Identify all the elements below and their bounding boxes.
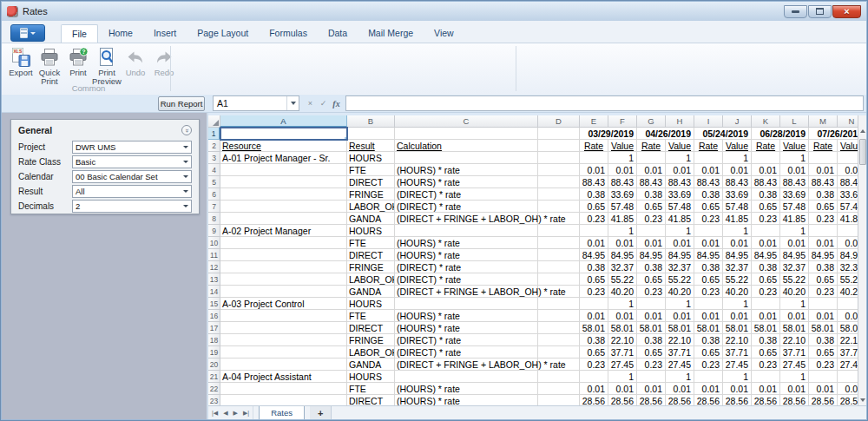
rate-cell[interactable]: 0.38 <box>752 188 780 201</box>
value-cell[interactable]: 0.01 <box>666 164 694 176</box>
rate-cell[interactable] <box>694 298 723 310</box>
ribbon-tab-home[interactable]: Home <box>98 24 143 43</box>
calculation-cell[interactable]: (HOURS) * rate <box>395 249 538 261</box>
result-cell[interactable]: FTE <box>347 310 395 322</box>
rate-cell[interactable]: 0.65 <box>580 201 608 213</box>
decimals-dropdown[interactable]: 2 <box>72 200 192 213</box>
calculation-cell[interactable] <box>395 225 538 237</box>
row-header-2[interactable]: 2 <box>208 140 220 152</box>
rate-cell[interactable] <box>580 298 608 310</box>
value-cell[interactable]: 0.01 <box>608 237 637 249</box>
rate-cell[interactable] <box>580 225 608 237</box>
enter-icon[interactable]: ✓ <box>318 97 329 109</box>
scrollbar-thumb[interactable] <box>859 139 866 165</box>
scroll-up-icon[interactable] <box>860 129 865 133</box>
formula-bar-input[interactable] <box>345 95 864 111</box>
rate-cell[interactable]: 58.01 <box>694 322 723 334</box>
select-all-corner[interactable] <box>208 115 220 128</box>
value-cell[interactable]: 40.20 <box>608 286 637 298</box>
rate-cell[interactable] <box>809 298 838 310</box>
resource-cell[interactable] <box>220 322 347 334</box>
rate-cell[interactable] <box>752 298 780 310</box>
value-cell[interactable]: 41.85 <box>780 213 809 225</box>
cell[interactable] <box>538 310 580 322</box>
rate-cell[interactable] <box>752 225 780 237</box>
rate-cell[interactable]: 0.65 <box>580 346 608 359</box>
calculation-cell[interactable]: (DIRECT) * rate <box>395 201 538 213</box>
rate-cell[interactable]: 0.38 <box>637 188 666 201</box>
header-cell-rate[interactable]: Rate <box>694 140 723 152</box>
rate-cell[interactable]: 0.23 <box>580 286 608 298</box>
row-header-11[interactable]: 11 <box>208 249 220 261</box>
value-cell[interactable]: 57.48 <box>723 201 752 213</box>
value-cell[interactable]: 22.10 <box>838 334 858 346</box>
add-sheet-button[interactable]: + <box>310 406 332 419</box>
rate-class-dropdown[interactable]: Basic <box>72 155 192 168</box>
value-cell[interactable]: 88.43 <box>780 176 809 188</box>
value-cell[interactable]: 0.01 <box>723 310 752 322</box>
rate-cell[interactable]: 58.01 <box>809 322 838 334</box>
column-header-K[interactable]: K <box>752 115 780 128</box>
value-cell[interactable]: 57.48 <box>838 201 858 213</box>
rate-cell[interactable]: 0.01 <box>694 310 723 322</box>
application-menu-button[interactable] <box>10 24 45 42</box>
value-cell[interactable]: 84.95 <box>608 249 637 261</box>
rate-cell[interactable]: 0.23 <box>752 286 780 298</box>
row-header-5[interactable]: 5 <box>208 176 220 188</box>
result-cell[interactable]: HOURS <box>347 152 395 164</box>
resource-cell[interactable] <box>220 249 347 261</box>
result-cell[interactable]: HOURS <box>347 371 395 383</box>
result-cell[interactable]: HOURS <box>347 298 395 310</box>
rate-cell[interactable]: 0.65 <box>809 346 838 359</box>
rate-cell[interactable]: 0.65 <box>752 201 780 213</box>
header-cell-value[interactable]: Value <box>838 140 858 152</box>
value-cell[interactable]: 84.95 <box>666 249 694 261</box>
value-cell[interactable]: 41.85 <box>838 213 858 225</box>
resource-cell[interactable] <box>220 188 347 201</box>
minimize-button[interactable] <box>784 5 807 18</box>
print-preview-button[interactable]: Print Preview <box>93 46 121 87</box>
header-cell-resource[interactable]: Resource <box>220 140 347 152</box>
value-cell[interactable]: 33.69 <box>838 188 858 201</box>
rate-cell[interactable]: 0.65 <box>637 346 666 359</box>
date-header-cell[interactable]: 06/28/2019 <box>752 128 809 140</box>
value-cell[interactable]: 1 <box>838 298 858 310</box>
calculation-cell[interactable]: (HOURS) * rate <box>395 322 538 334</box>
rate-cell[interactable]: 84.95 <box>809 249 838 261</box>
row-header-19[interactable]: 19 <box>208 346 220 359</box>
result-cell[interactable]: DIRECT <box>347 249 395 261</box>
cell[interactable] <box>538 140 580 152</box>
name-box-dropdown[interactable] <box>286 96 299 110</box>
column-header-N[interactable]: N <box>838 115 858 128</box>
resource-cell[interactable] <box>220 310 347 322</box>
cell[interactable] <box>347 128 395 140</box>
rate-cell[interactable]: 0.23 <box>752 213 780 225</box>
rate-cell[interactable]: 0.38 <box>637 261 666 273</box>
resource-cell[interactable] <box>220 346 347 359</box>
cell[interactable] <box>538 346 580 359</box>
cell-name-box[interactable]: A1 <box>213 95 299 111</box>
rate-cell[interactable] <box>809 225 838 237</box>
column-header-L[interactable]: L <box>780 115 809 128</box>
column-header-D[interactable]: D <box>538 115 580 128</box>
ribbon-tab-file[interactable]: File <box>61 24 98 43</box>
next-sheet-button[interactable]: ▶ <box>233 410 238 416</box>
rate-cell[interactable] <box>809 152 838 164</box>
rate-cell[interactable]: 0.01 <box>694 383 723 395</box>
rate-cell[interactable]: 0.01 <box>580 383 608 395</box>
rate-cell[interactable] <box>580 152 608 164</box>
cell[interactable] <box>538 201 580 213</box>
calculation-cell[interactable] <box>395 298 538 310</box>
header-cell-calculation[interactable]: Calculation <box>395 140 538 152</box>
value-cell[interactable]: 40.20 <box>838 286 858 298</box>
calculation-cell[interactable] <box>395 371 538 383</box>
calculation-cell[interactable] <box>395 152 538 164</box>
result-cell[interactable]: FTE <box>347 237 395 249</box>
column-header-C[interactable]: C <box>395 115 538 128</box>
value-cell[interactable]: 1 <box>666 371 694 383</box>
rate-cell[interactable]: 28.56 <box>752 395 780 405</box>
value-cell[interactable]: 0.01 <box>608 310 637 322</box>
calculation-cell[interactable]: (HOURS) * rate <box>395 164 538 176</box>
resource-cell[interactable]: A-01 Project Manager - Sr. <box>220 152 347 164</box>
rate-cell[interactable]: 88.43 <box>637 176 666 188</box>
